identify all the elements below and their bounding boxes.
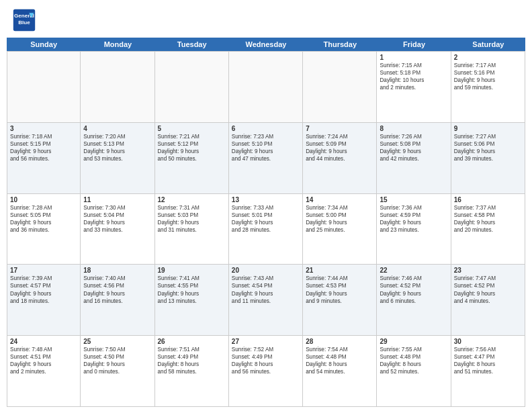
- day-number: 3: [10, 125, 77, 132]
- logo-icon: General Blue: [12, 8, 36, 32]
- calendar-cell: 30Sunrise: 7:56 AM Sunset: 4:47 PM Dayli…: [451, 336, 525, 406]
- calendar: SundayMondayTuesdayWednesdayThursdayFrid…: [0, 38, 532, 411]
- day-number: 15: [380, 196, 447, 203]
- day-number: 2: [454, 54, 522, 61]
- calendar-row: 1Sunrise: 7:15 AM Sunset: 5:18 PM Daylig…: [7, 51, 525, 123]
- day-number: 1: [380, 54, 447, 61]
- day-info: Sunrise: 7:50 AM Sunset: 4:50 PM Dayligh…: [83, 346, 151, 375]
- day-info: Sunrise: 7:43 AM Sunset: 4:54 PM Dayligh…: [232, 275, 300, 304]
- calendar-header: SundayMondayTuesdayWednesdayThursdayFrid…: [7, 38, 525, 51]
- calendar-cell: [155, 52, 229, 122]
- svg-text:Blue: Blue: [18, 19, 30, 26]
- day-number: 16: [454, 196, 522, 203]
- calendar-cell: 2Sunrise: 7:17 AM Sunset: 5:16 PM Daylig…: [451, 52, 525, 122]
- calendar-cell: 6Sunrise: 7:23 AM Sunset: 5:10 PM Daylig…: [229, 123, 303, 193]
- calendar-cell: 27Sunrise: 7:52 AM Sunset: 4:49 PM Dayli…: [229, 336, 303, 406]
- calendar-cell: 12Sunrise: 7:31 AM Sunset: 5:03 PM Dayli…: [155, 194, 229, 265]
- day-info: Sunrise: 7:36 AM Sunset: 4:59 PM Dayligh…: [380, 204, 447, 234]
- calendar-cell: 13Sunrise: 7:33 AM Sunset: 5:01 PM Dayli…: [229, 194, 303, 265]
- calendar-cell: 9Sunrise: 7:27 AM Sunset: 5:06 PM Daylig…: [451, 123, 525, 193]
- day-info: Sunrise: 7:48 AM Sunset: 4:51 PM Dayligh…: [10, 346, 77, 375]
- day-info: Sunrise: 7:56 AM Sunset: 4:47 PM Dayligh…: [454, 346, 522, 375]
- day-info: Sunrise: 7:37 AM Sunset: 4:58 PM Dayligh…: [454, 204, 522, 234]
- day-info: Sunrise: 7:54 AM Sunset: 4:48 PM Dayligh…: [306, 346, 373, 375]
- day-number: 17: [10, 267, 77, 274]
- calendar-cell: 18Sunrise: 7:40 AM Sunset: 4:56 PM Dayli…: [81, 265, 154, 335]
- calendar-cell: 23Sunrise: 7:47 AM Sunset: 4:52 PM Dayli…: [451, 265, 525, 335]
- day-number: 11: [83, 196, 151, 203]
- calendar-cell: 7Sunrise: 7:24 AM Sunset: 5:09 PM Daylig…: [303, 123, 377, 193]
- day-number: 22: [380, 267, 447, 274]
- header: General Blue: [0, 0, 532, 38]
- calendar-cell: 25Sunrise: 7:50 AM Sunset: 4:50 PM Dayli…: [81, 336, 154, 406]
- day-number: 5: [158, 125, 226, 132]
- calendar-cell: 26Sunrise: 7:51 AM Sunset: 4:49 PM Dayli…: [155, 336, 229, 406]
- day-number: 21: [306, 267, 373, 274]
- day-info: Sunrise: 7:31 AM Sunset: 5:03 PM Dayligh…: [158, 204, 226, 234]
- day-number: 26: [158, 338, 226, 345]
- day-info: Sunrise: 7:41 AM Sunset: 4:55 PM Dayligh…: [158, 275, 226, 304]
- day-number: 6: [232, 125, 300, 132]
- day-number: 19: [158, 267, 226, 274]
- cal-header-cell: Monday: [81, 38, 154, 51]
- day-info: Sunrise: 7:26 AM Sunset: 5:08 PM Dayligh…: [380, 133, 447, 163]
- calendar-row: 17Sunrise: 7:39 AM Sunset: 4:57 PM Dayli…: [7, 265, 525, 336]
- calendar-row: 3Sunrise: 7:18 AM Sunset: 5:15 PM Daylig…: [7, 123, 525, 194]
- calendar-cell: 22Sunrise: 7:46 AM Sunset: 4:52 PM Dayli…: [377, 265, 451, 335]
- calendar-cell: 14Sunrise: 7:34 AM Sunset: 5:00 PM Dayli…: [303, 194, 377, 265]
- calendar-cell: 29Sunrise: 7:55 AM Sunset: 4:48 PM Dayli…: [377, 336, 451, 406]
- calendar-body: 1Sunrise: 7:15 AM Sunset: 5:18 PM Daylig…: [7, 51, 525, 407]
- day-info: Sunrise: 7:28 AM Sunset: 5:05 PM Dayligh…: [10, 204, 77, 234]
- cal-header-cell: Thursday: [303, 38, 377, 51]
- day-info: Sunrise: 7:17 AM Sunset: 5:16 PM Dayligh…: [454, 62, 522, 91]
- day-info: Sunrise: 7:23 AM Sunset: 5:10 PM Dayligh…: [232, 133, 300, 163]
- calendar-cell: 24Sunrise: 7:48 AM Sunset: 4:51 PM Dayli…: [7, 336, 81, 406]
- day-number: 25: [83, 338, 151, 345]
- calendar-cell: 1Sunrise: 7:15 AM Sunset: 5:18 PM Daylig…: [377, 52, 451, 122]
- day-info: Sunrise: 7:24 AM Sunset: 5:09 PM Dayligh…: [306, 133, 373, 163]
- calendar-cell: 10Sunrise: 7:28 AM Sunset: 5:05 PM Dayli…: [7, 194, 81, 265]
- day-info: Sunrise: 7:21 AM Sunset: 5:12 PM Dayligh…: [158, 133, 226, 163]
- page: General Blue SundayMondayTuesdayWednesda…: [0, 0, 532, 411]
- day-info: Sunrise: 7:18 AM Sunset: 5:15 PM Dayligh…: [10, 133, 77, 163]
- day-number: 29: [380, 338, 447, 345]
- day-number: 14: [306, 196, 373, 203]
- day-info: Sunrise: 7:47 AM Sunset: 4:52 PM Dayligh…: [454, 275, 522, 304]
- calendar-cell: 28Sunrise: 7:54 AM Sunset: 4:48 PM Dayli…: [303, 336, 377, 406]
- day-number: 7: [306, 125, 373, 132]
- day-info: Sunrise: 7:44 AM Sunset: 4:53 PM Dayligh…: [306, 275, 373, 304]
- calendar-cell: 17Sunrise: 7:39 AM Sunset: 4:57 PM Dayli…: [7, 265, 81, 335]
- day-number: 30: [454, 338, 522, 345]
- day-info: Sunrise: 7:30 AM Sunset: 5:04 PM Dayligh…: [83, 204, 151, 234]
- day-info: Sunrise: 7:20 AM Sunset: 5:13 PM Dayligh…: [83, 133, 151, 163]
- day-number: 9: [454, 125, 522, 132]
- calendar-cell: 11Sunrise: 7:30 AM Sunset: 5:04 PM Dayli…: [81, 194, 154, 265]
- day-number: 28: [306, 338, 373, 345]
- cal-header-cell: Saturday: [451, 38, 525, 51]
- day-info: Sunrise: 7:15 AM Sunset: 5:18 PM Dayligh…: [380, 62, 447, 91]
- cal-header-cell: Tuesday: [155, 38, 229, 51]
- calendar-cell: 21Sunrise: 7:44 AM Sunset: 4:53 PM Dayli…: [303, 265, 377, 335]
- calendar-cell: [303, 52, 377, 122]
- day-number: 18: [83, 267, 151, 274]
- day-info: Sunrise: 7:39 AM Sunset: 4:57 PM Dayligh…: [10, 275, 77, 304]
- calendar-row: 10Sunrise: 7:28 AM Sunset: 5:05 PM Dayli…: [7, 194, 525, 265]
- day-number: 27: [232, 338, 300, 345]
- day-number: 12: [158, 196, 226, 203]
- day-number: 10: [10, 196, 77, 203]
- calendar-cell: 4Sunrise: 7:20 AM Sunset: 5:13 PM Daylig…: [81, 123, 154, 193]
- cal-header-cell: Sunday: [7, 38, 81, 51]
- calendar-cell: [81, 52, 154, 122]
- day-info: Sunrise: 7:33 AM Sunset: 5:01 PM Dayligh…: [232, 204, 300, 234]
- calendar-cell: 8Sunrise: 7:26 AM Sunset: 5:08 PM Daylig…: [377, 123, 451, 193]
- day-info: Sunrise: 7:51 AM Sunset: 4:49 PM Dayligh…: [158, 346, 226, 375]
- calendar-cell: 19Sunrise: 7:41 AM Sunset: 4:55 PM Dayli…: [155, 265, 229, 335]
- day-info: Sunrise: 7:55 AM Sunset: 4:48 PM Dayligh…: [380, 346, 447, 375]
- day-info: Sunrise: 7:40 AM Sunset: 4:56 PM Dayligh…: [83, 275, 151, 304]
- day-number: 13: [232, 196, 300, 203]
- calendar-cell: [7, 52, 81, 122]
- cal-header-cell: Friday: [377, 38, 451, 51]
- day-info: Sunrise: 7:27 AM Sunset: 5:06 PM Dayligh…: [454, 133, 522, 163]
- day-number: 23: [454, 267, 522, 274]
- day-number: 4: [83, 125, 151, 132]
